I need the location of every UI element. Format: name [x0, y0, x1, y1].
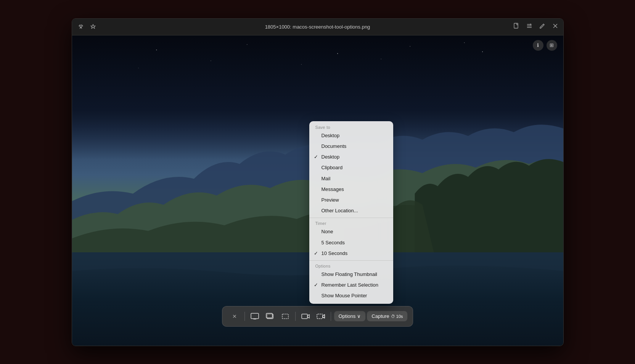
capture-button[interactable]: Capture ⏱ 10s	[367, 311, 407, 321]
edit-button[interactable]	[539, 22, 546, 31]
menu-item-documents[interactable]: Documents	[309, 141, 393, 152]
toolbar-divider-2	[295, 312, 296, 321]
menu-item-clipboard[interactable]: Clipboard	[309, 162, 393, 173]
list-button[interactable]	[526, 22, 533, 31]
timer-label: Timer	[309, 220, 393, 226]
save-to-label: Save to	[309, 123, 393, 130]
options-dropdown: Save to Desktop Documents Desktop Clipbo…	[309, 121, 393, 304]
menu-item-5-seconds[interactable]: 5 Seconds	[309, 237, 393, 248]
grid-button[interactable]: ⊞	[547, 40, 557, 51]
record-selection-button[interactable]	[314, 309, 328, 323]
menu-item-messages[interactable]: Messages	[309, 184, 393, 195]
star-button[interactable]	[89, 22, 97, 31]
titlebar: 1805×1000: macos-screenshot-tool-options…	[72, 19, 563, 35]
menu-item-preview[interactable]: Preview	[309, 195, 393, 205]
toolbar-divider-3	[331, 312, 331, 321]
pin-button[interactable]	[77, 22, 85, 31]
info-icons-area: ℹ ⊞	[533, 40, 557, 51]
svg-point-9	[337, 53, 338, 54]
options-chevron-icon: ∨	[357, 313, 361, 319]
capture-whole-screen-button[interactable]	[248, 309, 262, 323]
svg-rect-22	[282, 314, 288, 319]
toolbar-close-button[interactable]: ✕	[228, 309, 241, 323]
menu-item-other-location[interactable]: Other Location...	[309, 205, 393, 216]
options-label: Options	[339, 313, 356, 319]
options-button[interactable]: Options ∨	[334, 311, 366, 321]
separator-2	[309, 260, 393, 261]
window-title: 1805×1000: macos-screenshot-tool-options…	[265, 24, 370, 30]
options-section-label: Options	[309, 262, 393, 269]
screenshot-toolbar: ✕	[222, 306, 413, 327]
menu-item-show-mouse-pointer[interactable]: Show Mouse Pointer	[309, 290, 393, 301]
svg-point-7	[156, 50, 157, 50]
toolbar-divider-1	[244, 312, 245, 321]
menu-item-10-seconds[interactable]: 10 Seconds	[309, 248, 393, 259]
svg-rect-21	[266, 313, 272, 318]
separator-1	[309, 218, 393, 218]
titlebar-actions	[513, 22, 559, 31]
menu-item-remember-last-selection[interactable]: Remember Last Selection	[309, 280, 393, 290]
svg-point-15	[138, 67, 138, 68]
info-button[interactable]: ℹ	[533, 40, 543, 51]
image-area: ℹ ⊞ Save to Desktop Documents Desktop Cl…	[72, 35, 563, 346]
svg-point-10	[410, 46, 410, 47]
main-window: 1805×1000: macos-screenshot-tool-options…	[72, 18, 564, 346]
capture-timer-icon: ⏱ 10s	[391, 314, 403, 319]
record-screen-button[interactable]	[299, 309, 312, 323]
new-file-button[interactable]	[513, 22, 520, 31]
capture-window-button[interactable]	[263, 309, 277, 323]
svg-point-8	[247, 44, 248, 45]
svg-rect-0	[514, 23, 518, 28]
svg-rect-23	[302, 314, 307, 319]
svg-point-12	[211, 60, 211, 61]
svg-point-13	[301, 64, 301, 64]
menu-item-desktop-1[interactable]: Desktop	[309, 130, 393, 141]
menu-item-none[interactable]: None	[309, 226, 393, 237]
menu-item-mail[interactable]: Mail	[309, 173, 393, 184]
close-window-button[interactable]	[552, 22, 559, 31]
capture-selection-button[interactable]	[278, 309, 292, 323]
svg-point-16	[381, 58, 381, 59]
menu-item-desktop-2[interactable]: Desktop	[309, 152, 393, 162]
svg-point-11	[482, 51, 483, 52]
svg-rect-24	[317, 314, 323, 319]
capture-label: Capture	[371, 313, 389, 319]
svg-rect-17	[251, 313, 259, 319]
svg-point-14	[464, 42, 465, 43]
menu-item-show-floating-thumbnail[interactable]: Show Floating Thumbnail	[309, 269, 393, 280]
